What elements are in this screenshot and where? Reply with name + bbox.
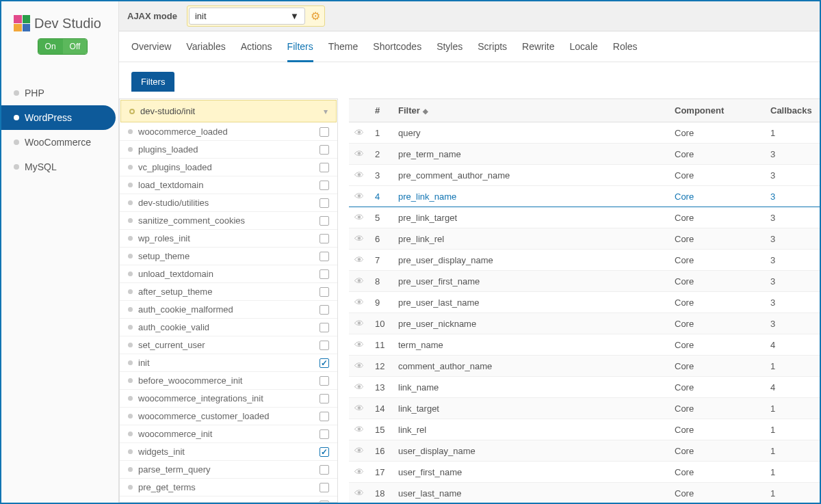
list-item-checkbox[interactable] [320, 269, 329, 279]
list-item[interactable]: parse_term_query [120, 461, 337, 479]
sidebar-item-mysql[interactable]: MySQL [1, 155, 118, 179]
list-item[interactable]: woocommerce_customer_loaded [120, 408, 337, 425]
eye-icon[interactable]: 👁 [354, 339, 364, 350]
chevron-down-icon[interactable]: ▾ [324, 107, 328, 116]
tab-shortcodes[interactable]: Shortcodes [373, 41, 421, 62]
list-item[interactable]: unload_textdomain [120, 265, 337, 283]
col-component[interactable]: Component [669, 99, 765, 122]
table-row[interactable]: 👁15link_relCore1 [349, 419, 820, 440]
list-item[interactable]: auth_cookie_valid [120, 319, 337, 336]
tab-overview[interactable]: Overview [131, 41, 171, 62]
tab-locale[interactable]: Locale [570, 41, 598, 62]
list-item[interactable]: after_setup_theme [120, 283, 337, 301]
table-row[interactable]: 👁14link_targetCore1 [349, 398, 820, 419]
list-item-checkbox[interactable] [320, 358, 329, 368]
list-item-checkbox[interactable] [320, 341, 329, 350]
tab-rewrite[interactable]: Rewrite [522, 41, 554, 62]
list-item-checkbox[interactable] [320, 198, 329, 208]
list-item-checkbox[interactable] [320, 483, 329, 492]
list-item-checkbox[interactable] [320, 501, 329, 503]
toggle-off[interactable]: Off [63, 39, 88, 54]
eye-icon[interactable]: 👁 [354, 466, 364, 477]
eye-icon[interactable]: 👁 [354, 360, 364, 371]
eye-icon[interactable]: 👁 [354, 276, 364, 287]
table-row[interactable]: 👁11term_nameCore4 [349, 334, 820, 356]
tab-roles[interactable]: Roles [613, 41, 638, 62]
eye-icon[interactable]: 👁 [354, 488, 364, 499]
eye-icon[interactable]: 👁 [354, 233, 364, 244]
table-row[interactable]: 👁6pre_link_relCore3 [349, 228, 820, 250]
sidebar-item-wordpress[interactable]: WordPress [1, 105, 116, 130]
table-row[interactable]: 👁13link_nameCore4 [349, 377, 820, 398]
table-row[interactable]: 👁8pre_user_first_nameCore3 [349, 271, 820, 292]
list-item-checkbox[interactable] [320, 181, 329, 190]
list-item-checkbox[interactable] [320, 127, 329, 137]
list-item-checkbox[interactable] [320, 447, 329, 457]
toggle-on[interactable]: On [38, 39, 63, 54]
list-item[interactable]: plugins_loaded [120, 141, 337, 159]
eye-icon[interactable]: 👁 [354, 445, 364, 456]
list-item-checkbox[interactable] [320, 376, 329, 386]
list-item-checkbox[interactable] [320, 429, 329, 439]
list-item-checkbox[interactable] [320, 412, 329, 421]
eye-icon[interactable]: 👁 [354, 170, 364, 181]
table-row[interactable]: 👁9pre_user_last_nameCore3 [349, 292, 820, 313]
list-item[interactable]: set_current_user [120, 336, 337, 354]
list-item[interactable]: pre_get_terms [120, 479, 337, 496]
tab-theme[interactable]: Theme [328, 41, 359, 62]
table-row[interactable]: 👁10pre_user_nicknameCore3 [349, 313, 820, 334]
list-item-checkbox[interactable] [320, 465, 329, 475]
tab-styles[interactable]: Styles [436, 41, 462, 62]
list-item[interactable]: vc_plugins_loaded [120, 159, 337, 176]
list-item[interactable]: before_woocommerce_init [120, 372, 337, 390]
eye-icon[interactable]: 👁 [354, 403, 364, 414]
list-item-checkbox[interactable] [320, 163, 329, 172]
table-row[interactable]: 👁3pre_comment_author_nameCore3 [349, 165, 820, 186]
list-item[interactable]: load_textdomain [120, 176, 337, 194]
on-off-toggle[interactable]: On Off [38, 38, 88, 55]
list-item-checkbox[interactable] [320, 216, 329, 226]
list-header[interactable]: dev-studio/init ▾ [120, 100, 337, 122]
tab-variables[interactable]: Variables [186, 41, 225, 62]
col-filter[interactable]: Filter◆ [393, 99, 669, 122]
list-item-checkbox[interactable] [320, 234, 329, 243]
tab-filters[interactable]: Filters [287, 41, 313, 62]
list-item[interactable]: wp_default_scripts [120, 496, 337, 502]
list-item[interactable]: wp_roles_init [120, 230, 337, 248]
eye-icon[interactable]: 👁 [354, 148, 364, 159]
table-row[interactable]: 👁7pre_user_display_nameCore3 [349, 250, 820, 271]
subtab-filters[interactable]: Filters [131, 72, 174, 92]
eye-icon[interactable]: 👁 [354, 382, 364, 393]
table-row[interactable]: 👁2pre_term_nameCore3 [349, 144, 820, 165]
list-item[interactable]: dev-studio/utilities [120, 194, 337, 212]
sidebar-item-woocommerce[interactable]: WooCommerce [1, 130, 118, 155]
table-row[interactable]: 👁5pre_link_targetCore3 [349, 207, 820, 228]
eye-icon[interactable]: 👁 [354, 318, 364, 329]
sidebar-item-php[interactable]: PHP [1, 81, 118, 105]
list-item[interactable]: sanitize_comment_cookies [120, 212, 337, 230]
list-item[interactable]: woocommerce_integrations_init [120, 390, 337, 408]
list-item[interactable]: setup_theme [120, 248, 337, 265]
table-row[interactable]: 👁12comment_author_nameCore1 [349, 356, 820, 377]
col-num[interactable]: # [369, 99, 393, 122]
gear-icon[interactable]: ⚙ [308, 10, 323, 23]
table-row[interactable]: 👁17user_first_nameCore1 [349, 462, 820, 483]
eye-icon[interactable]: 👁 [354, 212, 364, 223]
eye-icon[interactable]: 👁 [354, 424, 364, 435]
list-item[interactable]: init [120, 354, 337, 372]
eye-icon[interactable]: 👁 [354, 297, 364, 308]
list-item-checkbox[interactable] [320, 287, 329, 297]
list-item-checkbox[interactable] [320, 323, 329, 332]
table-row[interactable]: 👁18user_last_nameCore1 [349, 483, 820, 503]
list-item-checkbox[interactable] [320, 394, 329, 403]
eye-icon[interactable]: 👁 [354, 254, 364, 265]
table-row[interactable]: 👁16user_display_nameCore1 [349, 440, 820, 462]
eye-icon[interactable]: 👁 [354, 127, 364, 138]
list-item[interactable]: widgets_init [120, 443, 337, 461]
list-item-checkbox[interactable] [320, 252, 329, 261]
tab-actions[interactable]: Actions [241, 41, 272, 62]
table-row[interactable]: 👁4pre_link_nameCore3 [349, 186, 820, 207]
list-item-checkbox[interactable] [320, 145, 329, 155]
col-callbacks[interactable]: Callbacks [765, 99, 820, 122]
list-item[interactable]: auth_cookie_malformed [120, 301, 337, 319]
